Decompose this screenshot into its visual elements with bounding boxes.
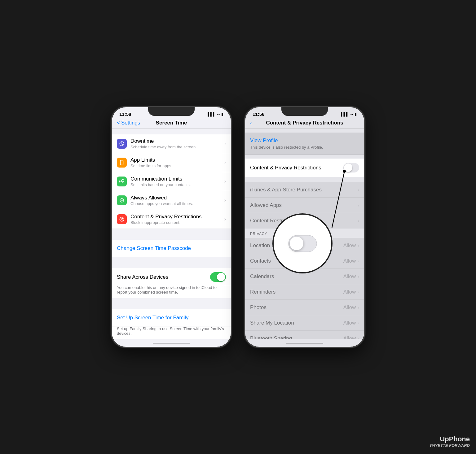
content-privacy-subtitle: Block inappropriate content. xyxy=(130,220,222,225)
status-time-right: 11:56 xyxy=(253,111,264,117)
passcode-group: Change Screen Time Passcode xyxy=(112,240,231,257)
store-items-group: iTunes & App Store Purchases › Allowed A… xyxy=(245,182,364,229)
wifi-icon: ▪▪ xyxy=(217,112,220,116)
share-location-value: Allow xyxy=(343,320,356,326)
list-item-calendars[interactable]: Calendars Allow › xyxy=(245,269,364,284)
contacts-value: Allow xyxy=(343,258,356,264)
commlimits-icon xyxy=(117,177,127,186)
spacer-ct xyxy=(245,177,364,182)
share-toggle[interactable] xyxy=(210,272,226,282)
bluetooth-value: Allow xyxy=(343,335,356,339)
back-button-left[interactable]: < Settings xyxy=(117,120,140,126)
list-item-reminders[interactable]: Reminders Allow › xyxy=(245,284,364,300)
right-content: View Profile This device is also restric… xyxy=(245,129,364,339)
status-time-left: 11:58 xyxy=(119,111,131,117)
commlimits-text: Communication Limits Set limits based on… xyxy=(130,176,222,187)
status-icons-right: ▌▌▌ ▪▪ ▮ xyxy=(341,112,357,116)
content-rest-chevron: › xyxy=(358,218,359,223)
list-item-applimits[interactable]: App Limits Set time limits for apps. › xyxy=(112,153,231,172)
list-item-share[interactable]: Share Across Devices xyxy=(112,268,231,285)
applimits-chevron: › xyxy=(224,160,226,165)
svg-point-4 xyxy=(121,181,122,182)
list-item-content-privacy[interactable]: Content & Privacy Restrictions Block ina… xyxy=(112,210,231,229)
reminders-value: Allow xyxy=(343,289,356,295)
allowed-apps-label: Allowed Apps xyxy=(250,202,358,208)
list-item-passcode[interactable]: Change Screen Time Passcode xyxy=(112,240,231,257)
back-chevron-icon: ‹ xyxy=(250,120,252,126)
nav-title-right: Content & Privacy Restrictions xyxy=(266,120,343,126)
status-icons-left: ▌▌▌ ▪▪ ▮ xyxy=(208,112,223,116)
content-privacy-text: Content & Privacy Restrictions Block ina… xyxy=(130,214,222,225)
photos-label: Photos xyxy=(250,304,343,311)
family-title: Set Up Screen Time for Family xyxy=(117,315,226,321)
list-item-allowed-apps[interactable]: Allowed Apps › xyxy=(245,198,364,213)
applimits-subtitle: Set time limits for apps. xyxy=(130,164,222,168)
list-item-itunes[interactable]: iTunes & App Store Purchases › xyxy=(245,182,364,198)
home-indicator-left xyxy=(153,343,190,344)
list-item-family[interactable]: Set Up Screen Time for Family xyxy=(112,309,231,326)
list-item-location[interactable]: Location Services Allow › xyxy=(245,238,364,253)
signal-icon-right: ▌▌▌ xyxy=(341,112,349,116)
notch-right xyxy=(281,107,328,116)
location-label: Location Services xyxy=(250,242,343,249)
alwaysallowed-text: Always Allowed Choose apps you want at a… xyxy=(130,195,222,206)
right-screen: 11:56 ▌▌▌ ▪▪ ▮ ‹ Content & Privacy Restr… xyxy=(245,107,364,347)
list-item-share-location[interactable]: Share My Location Allow › xyxy=(245,315,364,331)
family-text: Set Up Screen Time for Family xyxy=(117,315,226,321)
view-profile-section: View Profile This device is also restric… xyxy=(245,133,364,155)
view-profile-link[interactable]: View Profile xyxy=(250,138,359,144)
left-content: Downtime Schedule time away from the scr… xyxy=(112,129,231,339)
applimits-text: App Limits Set time limits for apps. xyxy=(130,157,222,168)
svg-point-3 xyxy=(121,179,124,182)
signal-icon: ▌▌▌ xyxy=(208,112,216,116)
list-item-bluetooth[interactable]: Bluetooth Sharing Allow › xyxy=(245,331,364,339)
nav-bar-right: ‹ Content & Privacy Restrictions xyxy=(245,119,364,129)
list-item-alwaysallowed[interactable]: Always Allowed Choose apps you want at a… xyxy=(112,191,231,210)
privacy-items-group: Location Services Allow › Contacts Allow… xyxy=(245,238,364,339)
watermark-line2: PAYETTE FORWARD xyxy=(430,443,470,448)
contacts-label: Contacts xyxy=(250,258,343,264)
spacer3 xyxy=(112,257,231,268)
share-location-chevron: › xyxy=(358,321,359,325)
cp-toggle[interactable] xyxy=(343,163,359,172)
home-indicator-right xyxy=(286,343,323,344)
reminders-label: Reminders xyxy=(250,289,343,295)
alwaysallowed-title: Always Allowed xyxy=(130,195,222,201)
content-privacy-title: Content & Privacy Restrictions xyxy=(130,214,222,220)
content-rest-label: Content Restrictions xyxy=(250,218,358,224)
view-profile-desc: This device is also restricted by a Prof… xyxy=(250,145,359,150)
family-desc: Set up Family Sharing to use Screen Time… xyxy=(112,326,231,339)
share-location-label: Share My Location xyxy=(250,320,343,326)
commlimits-title: Communication Limits xyxy=(130,176,222,182)
spacer-top xyxy=(245,129,364,133)
calendars-value: Allow xyxy=(343,273,356,280)
notch xyxy=(148,107,195,116)
location-value: Allow xyxy=(343,242,356,249)
left-phone: 11:58 ▌▌▌ ▪▪ ▮ < Settings Screen Time xyxy=(111,106,232,348)
allowed-apps-chevron: › xyxy=(358,203,359,208)
reminders-chevron: › xyxy=(358,290,359,295)
applimits-title: App Limits xyxy=(130,157,222,163)
bluetooth-label: Bluetooth Sharing xyxy=(250,335,343,339)
left-screen: 11:58 ▌▌▌ ▪▪ ▮ < Settings Screen Time xyxy=(112,107,231,347)
applimits-icon xyxy=(117,158,127,168)
list-item-photos[interactable]: Photos Allow › xyxy=(245,300,364,315)
share-text: Share Across Devices xyxy=(117,274,210,280)
list-item-content-rest[interactable]: Content Restrictions › xyxy=(245,213,364,229)
itunes-label: iTunes & App Store Purchases xyxy=(250,187,358,193)
list-item-commlimits[interactable]: Communication Limits Set limits based on… xyxy=(112,172,231,191)
downtime-icon xyxy=(117,139,127,149)
list-item-contacts[interactable]: Contacts Allow › xyxy=(245,253,364,269)
alwaysallowed-subtitle: Choose apps you want at all times. xyxy=(130,201,222,206)
watermark: UpPhone PAYETTE FORWARD xyxy=(430,435,470,448)
itunes-chevron: › xyxy=(358,187,359,192)
nav-title-left: Screen Time xyxy=(156,120,187,126)
list-item-downtime[interactable]: Downtime Schedule time away from the scr… xyxy=(112,134,231,153)
passcode-title: Change Screen Time Passcode xyxy=(117,245,226,251)
downtime-chevron: › xyxy=(224,141,226,146)
alwaysallowed-chevron: › xyxy=(224,198,226,203)
back-button-right[interactable]: ‹ xyxy=(250,120,252,126)
passcode-text: Change Screen Time Passcode xyxy=(117,245,226,251)
right-phone: 11:56 ▌▌▌ ▪▪ ▮ ‹ Content & Privacy Restr… xyxy=(244,106,365,348)
commlimits-chevron: › xyxy=(224,179,226,184)
